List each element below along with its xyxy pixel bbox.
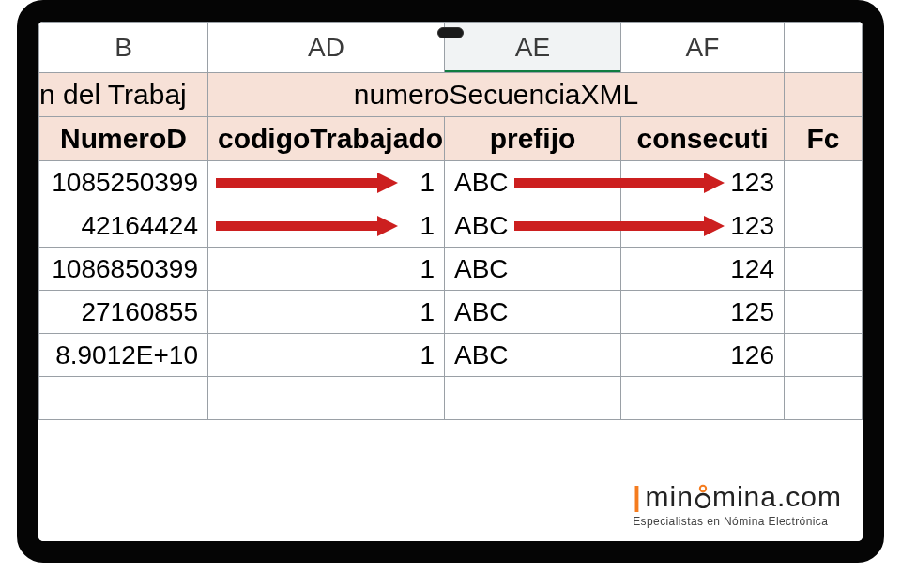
cell-codigo[interactable] xyxy=(208,377,445,420)
cell-extra[interactable] xyxy=(785,161,863,204)
table-row[interactable]: 10852503991ABC123 xyxy=(39,161,863,204)
cell-codigo[interactable]: 1 xyxy=(208,291,445,334)
col-header-AD[interactable]: AD xyxy=(208,23,445,73)
brand-post: mina.com xyxy=(712,481,842,512)
col-header-AF[interactable]: AF xyxy=(621,23,785,73)
brand-logo: |min mina.com xyxy=(633,481,842,513)
col-header-B[interactable]: B xyxy=(39,23,208,73)
cell-extra[interactable] xyxy=(785,204,863,248)
svg-point-1 xyxy=(696,494,710,507)
cell-consecutivo[interactable] xyxy=(621,377,785,420)
group-header-left: n del Trabaj xyxy=(39,73,208,117)
cell-consecutivo[interactable]: 123 xyxy=(621,204,785,248)
cell-extra[interactable] xyxy=(785,248,863,291)
cell-numero[interactable]: 8.9012E+10 xyxy=(39,334,208,377)
table-row[interactable]: 10868503991ABC124 xyxy=(39,248,863,291)
cell-consecutivo[interactable]: 125 xyxy=(621,291,785,334)
monitor-frame: B AD AE AF n del Trabaj numeroSecuenciaX… xyxy=(17,0,884,563)
brand-pre: min xyxy=(646,481,694,512)
col-header-AG[interactable] xyxy=(785,23,863,73)
subheader-B: NumeroD xyxy=(39,117,208,161)
cell-prefijo[interactable]: ABC xyxy=(445,334,621,377)
cell-extra[interactable] xyxy=(785,291,863,334)
cell-prefijo[interactable]: ABC xyxy=(445,161,621,204)
cell-numero[interactable]: 42164424 xyxy=(39,204,208,248)
cell-prefijo[interactable] xyxy=(445,377,621,420)
cell-numero[interactable] xyxy=(39,377,208,420)
cell-extra[interactable] xyxy=(785,377,863,420)
cell-prefijo[interactable]: ABC xyxy=(445,291,621,334)
spreadsheet-table: B AD AE AF n del Trabaj numeroSecuenciaX… xyxy=(38,22,863,420)
cell-codigo[interactable]: 1 xyxy=(208,334,445,377)
cell-numero[interactable]: 1086850399 xyxy=(39,248,208,291)
cell-codigo[interactable]: 1 xyxy=(208,204,445,248)
subheader-AF: consecuti xyxy=(621,117,785,161)
subheader-AG: Fc xyxy=(785,117,863,161)
camera-notch xyxy=(437,27,464,38)
cell-numero[interactable]: 1085250399 xyxy=(39,161,208,204)
group-header-blank xyxy=(785,73,863,117)
col-header-AE[interactable]: AE xyxy=(445,23,621,73)
cell-consecutivo[interactable]: 124 xyxy=(621,248,785,291)
table-row[interactable]: 8.9012E+101ABC126 xyxy=(39,334,863,377)
brand-bar-icon: | xyxy=(633,481,641,512)
group-header-row: n del Trabaj numeroSecuenciaXML xyxy=(39,73,863,117)
cell-prefijo[interactable]: ABC xyxy=(445,248,621,291)
brand-watermark: |min mina.com Especialistas en Nómina El… xyxy=(633,481,842,528)
spreadsheet-screen: B AD AE AF n del Trabaj numeroSecuenciaX… xyxy=(38,22,863,541)
cell-codigo[interactable]: 1 xyxy=(208,161,445,204)
table-row[interactable] xyxy=(39,377,863,420)
sub-header-row: NumeroD codigoTrabajado prefijo consecut… xyxy=(39,117,863,161)
cell-consecutivo[interactable]: 123 xyxy=(621,161,785,204)
group-header-merged: numeroSecuenciaXML xyxy=(208,73,785,117)
cell-prefijo[interactable]: ABC xyxy=(445,204,621,248)
cell-extra[interactable] xyxy=(785,334,863,377)
table-row[interactable]: 271608551ABC125 xyxy=(39,291,863,334)
subheader-AD: codigoTrabajado xyxy=(208,117,445,161)
brand-tagline: Especialistas en Nómina Electrónica xyxy=(633,515,842,528)
cell-consecutivo[interactable]: 126 xyxy=(621,334,785,377)
table-row[interactable]: 421644241ABC123 xyxy=(39,204,863,248)
cell-codigo[interactable]: 1 xyxy=(208,248,445,291)
person-pin-icon xyxy=(695,484,711,508)
monitor-shadow xyxy=(0,560,901,588)
subheader-AE: prefijo xyxy=(445,117,621,161)
cell-numero[interactable]: 27160855 xyxy=(39,291,208,334)
svg-point-0 xyxy=(700,486,706,491)
